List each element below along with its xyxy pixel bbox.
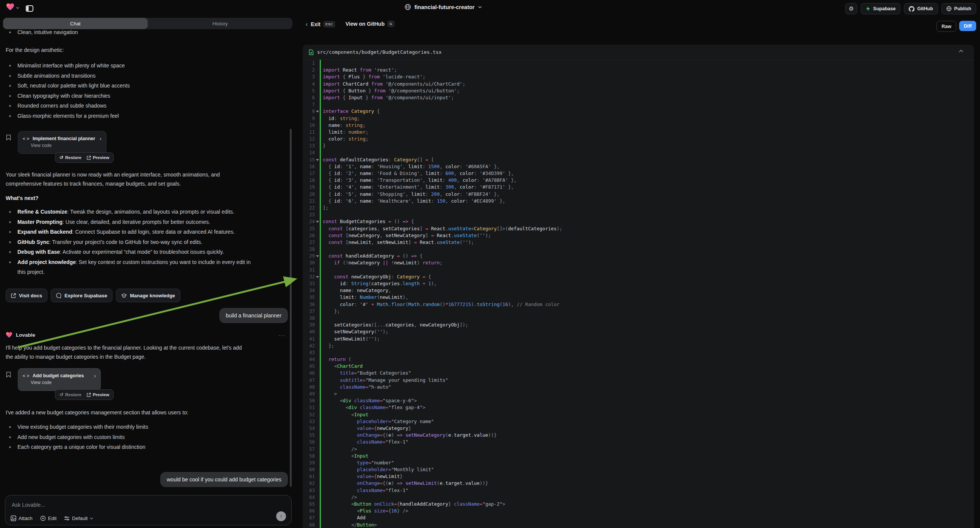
code-token: id: [334, 191, 340, 197]
line-number: 65: [303, 501, 315, 507]
project-menu[interactable]: financial-future-creator: [404, 4, 482, 10]
github-button[interactable]: GitHub: [904, 3, 938, 14]
fold-toggle[interactable]: [315, 274, 323, 280]
code-token: [323, 515, 357, 520]
view-on-github-button[interactable]: View on GitHub G: [345, 21, 395, 27]
bookmark-icon[interactable]: [6, 134, 11, 140]
message-more-menu-icon[interactable]: ···: [278, 332, 285, 338]
code-token: {: [374, 425, 377, 431]
manage-knowledge-button[interactable]: Manage knowledge: [116, 289, 180, 302]
exit-button[interactable]: ‹ Exit ESC: [306, 21, 335, 28]
arrow-up-icon: ↑: [280, 513, 283, 519]
code-token: return: [328, 356, 348, 362]
code-token: setNewLimit: [334, 336, 366, 342]
code-line: 30 if (!newCategory || !newLimit) return…: [303, 259, 974, 266]
assistant-name: Lovable: [16, 332, 35, 338]
assistant-paragraph: Your sleek financial planner is now read…: [6, 170, 290, 188]
code-token: "number": [371, 460, 394, 466]
code-token: =>: [397, 480, 406, 486]
view-code-link[interactable]: View code: [18, 379, 100, 385]
code-token: newLimit: [377, 474, 400, 479]
code-token: },: [505, 184, 514, 190]
code-line: 64 />: [303, 494, 974, 501]
send-button[interactable]: ↑: [276, 511, 286, 521]
line-number: 57: [303, 446, 315, 453]
code-token: id: [334, 177, 340, 183]
view-code-link[interactable]: View code: [18, 142, 106, 148]
visit-docs-button[interactable]: Visit docs: [6, 289, 47, 302]
code-token: },: [496, 198, 505, 204]
code-token: id: [334, 184, 340, 190]
composer-input[interactable]: Ask Lovable...: [12, 502, 45, 508]
fold-toggle: [315, 101, 323, 108]
code-token: },: [505, 170, 514, 176]
restore-button[interactable]: ↺ Restore: [57, 390, 84, 399]
code-token: div: [348, 404, 360, 410]
lovable-heart-icon: [6, 332, 13, 338]
fold-toggle: [315, 205, 323, 212]
code-token: [323, 281, 340, 286]
fold-toggle[interactable]: [315, 218, 323, 225]
preview-button[interactable]: Preview: [84, 390, 112, 399]
fold-toggle[interactable]: [315, 253, 323, 259]
version-card-add-budget-categories[interactable]: < > Add budget categories › View code: [18, 368, 101, 391]
fold-toggle[interactable]: [315, 108, 323, 115]
scrolled-bullet-list: Clean, intuitive navigation: [6, 27, 286, 38]
code-line: 26 const [newCategory, setNewCategory] =…: [303, 232, 974, 239]
fold-toggle: [315, 301, 323, 308]
code-token: React: [431, 226, 445, 231]
code-token: const: [328, 239, 345, 245]
code-token: const: [328, 232, 345, 238]
code-token: ,: [420, 170, 425, 176]
chat-scrollbar[interactable]: [290, 129, 292, 487]
code-line: 63 className="flex-1": [303, 487, 974, 494]
preview-button[interactable]: Preview: [84, 153, 112, 162]
code-text: import { Input } from '@/components/ui/i…: [323, 94, 974, 101]
code-token: :: [388, 157, 394, 162]
collapse-chevron-up-icon[interactable]: [959, 49, 963, 52]
supabase-button[interactable]: Supabase: [861, 3, 900, 14]
code-token: useState: [448, 226, 471, 231]
raw-button[interactable]: Raw: [936, 21, 956, 32]
explore-supabase-button[interactable]: Explore Supabase: [51, 289, 113, 302]
bookmark-icon[interactable]: [6, 372, 11, 378]
code-token: ,: [422, 177, 428, 183]
list-item: Master Prompting: Use clear, detailed, a…: [6, 217, 288, 227]
edit-button[interactable]: Edit: [40, 515, 56, 521]
fold-toggle[interactable]: [315, 156, 323, 163]
settings-button[interactable]: ⚙: [845, 3, 857, 14]
code-token: 300: [445, 184, 454, 190]
code-token: import: [323, 95, 343, 100]
line-number: 28: [303, 246, 315, 253]
fold-toggle: [315, 94, 323, 101]
fold-toggle: [315, 73, 323, 80]
code-token: className: [454, 501, 480, 507]
code-token: +: [371, 302, 377, 307]
diff-button[interactable]: Diff: [959, 21, 976, 31]
line-number: 18: [303, 177, 315, 184]
restore-button[interactable]: ↺ Restore: [57, 153, 84, 162]
line-number: 59: [303, 460, 315, 466]
attach-button[interactable]: Attach: [11, 515, 33, 521]
code-token: "flex-1": [386, 487, 408, 493]
mode-select[interactable]: Default: [64, 515, 93, 521]
code-text: title="Budget Categories": [323, 370, 974, 377]
code-token: [323, 384, 340, 390]
code-token: limit: [411, 191, 425, 197]
supabase-bolt-icon: [865, 6, 870, 11]
code-text: value={newCategory}: [323, 425, 974, 432]
code-line: 48 className="h-auto": [303, 384, 974, 391]
code-token: e: [448, 432, 451, 438]
version-card-implement-financial-planner[interactable]: < > Implement financial planner › View c…: [18, 131, 107, 154]
publish-button[interactable]: Publish: [941, 3, 976, 14]
fold-chevron-icon: [316, 276, 319, 278]
file-path-bar[interactable]: src/components/budget/BudgetCategories.t…: [303, 45, 974, 60]
fold-toggle: [315, 328, 323, 335]
code-token: [323, 232, 328, 238]
line-number: 40: [303, 328, 315, 335]
code-token: {: [428, 274, 431, 280]
code-token: =: [383, 487, 386, 493]
code-token: =: [414, 239, 420, 245]
file-path: src/components/budget/BudgetCategories.t…: [317, 49, 442, 55]
line-number: 26: [303, 232, 315, 239]
